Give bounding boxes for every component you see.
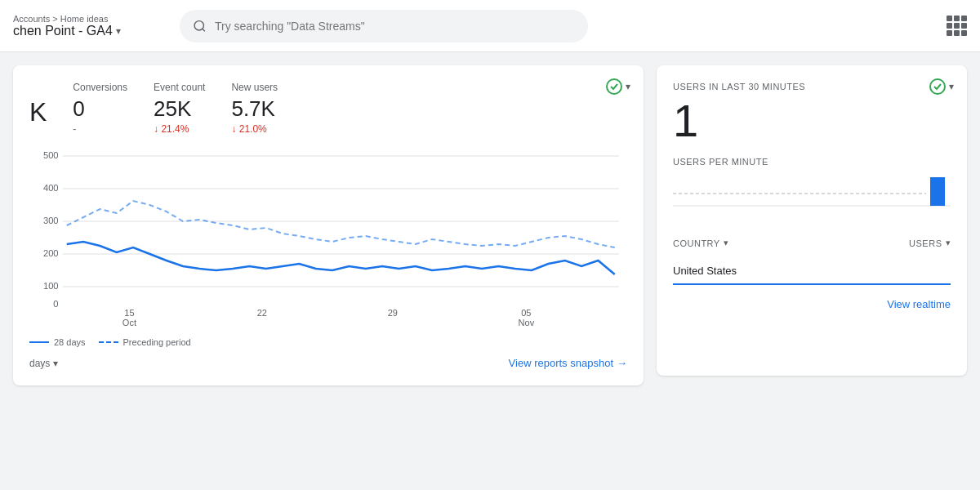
header-left: Accounts > Home ideas chen Point - GA4 ▾ [13, 14, 160, 38]
line-chart: 500 400 300 200 100 0 [29, 148, 627, 311]
country-table-header: COUNTRY ▾ USERS ▾ [673, 238, 951, 252]
search-input[interactable] [215, 20, 575, 33]
realtime-badge-chevron-icon: ▾ [949, 81, 954, 92]
metric-conversions: Conversions 0 - [73, 82, 127, 135]
country-chevron-icon: ▾ [724, 238, 729, 248]
view-reports-text: View reports snapshot [509, 357, 613, 369]
country-value: United States [673, 265, 737, 277]
svg-line-1 [203, 29, 205, 31]
svg-text:400: 400 [43, 183, 59, 193]
users-col-label: USERS [909, 238, 942, 248]
conversions-label: Conversions [73, 82, 127, 93]
svg-point-0 [194, 20, 203, 29]
date-range-text: days [29, 358, 50, 369]
legend-line-solid [29, 341, 49, 343]
country-col-label: COUNTRY [673, 238, 720, 248]
view-realtime-link[interactable]: View realtime [673, 298, 951, 310]
svg-text:300: 300 [43, 216, 59, 225]
apps-icon[interactable] [947, 16, 967, 36]
legend-period: 28 days [29, 337, 86, 347]
event-count-label: Event count [154, 82, 205, 93]
legend-period-label: 28 days [54, 337, 86, 347]
legend-preceding-label: Preceding period [123, 337, 191, 347]
main-content: ▾ K Conversions 0 - Event count 25K ↓ 21… [0, 52, 980, 483]
search-icon [193, 19, 207, 33]
svg-text:500: 500 [43, 150, 59, 160]
view-reports-arrow-icon: → [617, 357, 627, 369]
realtime-check-icon [929, 78, 946, 95]
chart-container: 500 400 300 200 100 0 [29, 148, 627, 311]
card-footer: days ▾ View reports snapshot → [29, 357, 627, 369]
new-users-label: New users [231, 82, 278, 93]
conversions-value: 0 [73, 96, 127, 122]
search-bar[interactable] [180, 10, 588, 42]
badge-chevron-icon: ▾ [626, 81, 630, 92]
conversions-change: - [73, 123, 127, 135]
property-chevron-icon: ▾ [116, 25, 121, 37]
realtime-status-badge[interactable]: ▾ [929, 78, 954, 95]
date-range-chevron-icon: ▾ [53, 358, 58, 369]
event-count-value: 25K [154, 96, 205, 122]
users-column-header[interactable]: USERS ▾ [909, 238, 951, 248]
svg-text:100: 100 [43, 281, 59, 291]
realtime-card: ▾ USERS IN LAST 30 MINUTES 1 USERS PER M… [657, 65, 967, 376]
header-right [947, 16, 967, 36]
svg-text:0: 0 [53, 299, 58, 309]
new-users-change: ↓ 21.0% [231, 123, 278, 135]
svg-text:200: 200 [43, 248, 59, 258]
property-name-text: chen Point - GA4 [13, 24, 113, 38]
breadcrumb: Accounts > Home ideas [13, 14, 160, 24]
property-selector[interactable]: chen Point - GA4 ▾ [13, 24, 160, 38]
svg-rect-15 [930, 177, 945, 206]
new-users-value: 5.7K [231, 96, 278, 122]
realtime-count: 1 [673, 98, 951, 144]
chart-legend: 28 days Preceding period [29, 337, 627, 347]
metric-main: K [29, 82, 47, 135]
main-metric-spacer [29, 82, 47, 93]
date-range-button[interactable]: days ▾ [29, 358, 58, 369]
country-row: United States [673, 258, 951, 285]
legend-line-dashed [99, 341, 118, 343]
users-per-minute-title: USERS PER MINUTE [673, 157, 951, 167]
users-chevron-icon: ▾ [946, 238, 951, 248]
country-column-header[interactable]: COUNTRY ▾ [673, 238, 728, 248]
realtime-title: USERS IN LAST 30 MINUTES [673, 82, 951, 91]
metric-new-users: New users 5.7K ↓ 21.0% [231, 82, 278, 135]
per-minute-chart [673, 173, 951, 222]
legend-preceding: Preceding period [99, 337, 191, 347]
view-reports-link[interactable]: View reports snapshot → [509, 357, 627, 369]
metrics-row: K Conversions 0 - Event count 25K ↓ 21.4… [29, 82, 627, 135]
header: Accounts > Home ideas chen Point - GA4 ▾ [0, 0, 980, 52]
metric-event-count: Event count 25K ↓ 21.4% [154, 82, 205, 135]
event-count-change: ↓ 21.4% [154, 123, 205, 135]
analytics-card: ▾ K Conversions 0 - Event count 25K ↓ 21… [13, 65, 644, 385]
status-badge[interactable]: ▾ [606, 78, 630, 95]
check-circle-icon [606, 78, 622, 95]
main-metric-value: K [29, 96, 47, 127]
